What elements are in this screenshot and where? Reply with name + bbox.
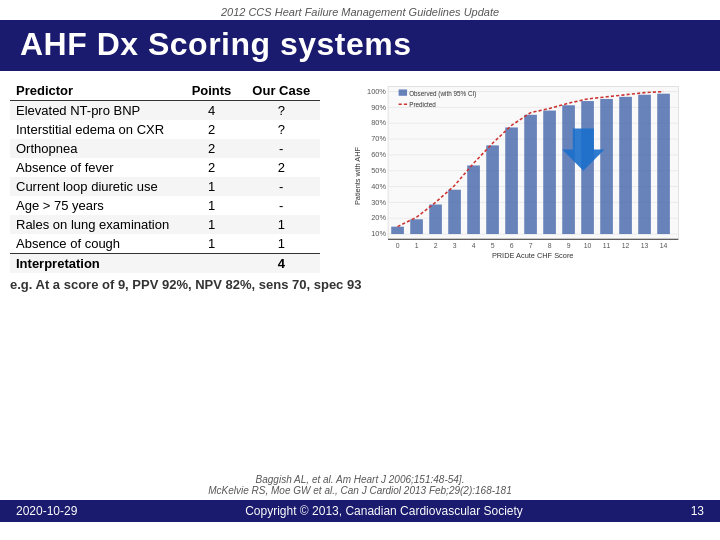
footer-ref-1: Baggish AL, et al. Am Heart J 2006;151:4… bbox=[0, 474, 720, 485]
svg-text:10: 10 bbox=[584, 242, 592, 249]
interpretation-row: e.g. At a score of 9, PPV 92%, NPV 82%, … bbox=[0, 273, 720, 292]
case-cell: - bbox=[243, 139, 321, 158]
svg-text:Predicted: Predicted bbox=[409, 101, 436, 108]
svg-text:2: 2 bbox=[434, 242, 438, 249]
case-cell: - bbox=[243, 177, 321, 196]
svg-text:30%: 30% bbox=[371, 198, 386, 207]
chart-wrapper: 100% 90% 80% 70% 60% 50% 40% 30% 20% 10% bbox=[330, 81, 710, 271]
footer-refs: Baggish AL, et al. Am Heart J 2006;151:4… bbox=[0, 474, 720, 496]
svg-rect-35 bbox=[657, 94, 670, 234]
points-cell: 1 bbox=[181, 196, 243, 215]
svg-rect-54 bbox=[399, 89, 407, 95]
predictor-cell: Absence of cough bbox=[10, 234, 181, 254]
svg-text:80%: 80% bbox=[371, 118, 386, 127]
table-row: Current loop diuretic use1- bbox=[10, 177, 320, 196]
svg-text:20%: 20% bbox=[371, 213, 386, 222]
table-row: Age > 75 years1- bbox=[10, 196, 320, 215]
predictor-cell: Rales on lung examination bbox=[10, 215, 181, 234]
svg-text:PRIDE Acute CHF Score: PRIDE Acute CHF Score bbox=[492, 251, 574, 260]
svg-rect-22 bbox=[410, 219, 423, 234]
svg-text:7: 7 bbox=[529, 242, 533, 249]
svg-text:Patients with AHF: Patients with AHF bbox=[353, 146, 362, 205]
col-header-case: Our Case bbox=[243, 81, 321, 101]
predictor-cell: Age > 75 years bbox=[10, 196, 181, 215]
svg-text:13: 13 bbox=[641, 242, 649, 249]
svg-text:8: 8 bbox=[548, 242, 552, 249]
col-header-predictor: Predictor bbox=[10, 81, 181, 101]
svg-text:12: 12 bbox=[622, 242, 630, 249]
scoring-table: Predictor Points Our Case Elevated NT-pr… bbox=[10, 81, 320, 273]
svg-text:0: 0 bbox=[396, 242, 400, 249]
predictor-cell: Interstitial edema on CXR bbox=[10, 120, 181, 139]
svg-rect-32 bbox=[600, 99, 613, 234]
points-cell: 1 bbox=[181, 177, 243, 196]
svg-text:60%: 60% bbox=[371, 150, 386, 159]
svg-rect-26 bbox=[486, 145, 499, 234]
table-row: Orthopnea2- bbox=[10, 139, 320, 158]
svg-text:14: 14 bbox=[660, 242, 668, 249]
predictor-cell: Elevated NT-pro BNP bbox=[10, 101, 181, 121]
case-cell: ? bbox=[243, 120, 321, 139]
case-cell: 1 bbox=[243, 215, 321, 234]
col-header-points: Points bbox=[181, 81, 243, 101]
svg-rect-24 bbox=[448, 190, 461, 234]
predictor-cell: Orthopnea bbox=[10, 139, 181, 158]
footer-bottom: 2020-10-29 Copyright © 2013, Canadian Ca… bbox=[0, 500, 720, 522]
footer-copyright: Copyright © 2013, Canadian Cardiovascula… bbox=[245, 504, 523, 518]
top-bar-label: 2012 CCS Heart Failure Management Guidel… bbox=[221, 6, 499, 18]
page-title: AHF Dx Scoring systems bbox=[0, 20, 720, 71]
svg-rect-34 bbox=[638, 95, 651, 234]
chart-section: 100% 90% 80% 70% 60% 50% 40% 30% 20% 10% bbox=[330, 81, 710, 273]
points-cell bbox=[181, 254, 243, 274]
scoring-table-section: Predictor Points Our Case Elevated NT-pr… bbox=[10, 81, 320, 273]
predictor-cell: Current loop diuretic use bbox=[10, 177, 181, 196]
points-cell: 2 bbox=[181, 158, 243, 177]
svg-rect-30 bbox=[562, 105, 575, 234]
points-cell: 1 bbox=[181, 215, 243, 234]
svg-text:100%: 100% bbox=[367, 87, 386, 96]
svg-text:6: 6 bbox=[510, 242, 514, 249]
svg-rect-25 bbox=[467, 165, 480, 234]
svg-rect-33 bbox=[619, 97, 632, 234]
footer-page: 13 bbox=[691, 504, 704, 518]
svg-text:9: 9 bbox=[567, 242, 571, 249]
table-row: Elevated NT-pro BNP4? bbox=[10, 101, 320, 121]
svg-rect-29 bbox=[543, 111, 556, 235]
points-cell: 4 bbox=[181, 101, 243, 121]
interpretation-text: e.g. At a score of 9, PPV 92%, NPV 82%, … bbox=[10, 277, 361, 292]
svg-text:10%: 10% bbox=[371, 229, 386, 238]
table-row: Rales on lung examination11 bbox=[10, 215, 320, 234]
svg-text:70%: 70% bbox=[371, 134, 386, 143]
svg-text:40%: 40% bbox=[371, 182, 386, 191]
svg-rect-28 bbox=[524, 115, 537, 234]
predictor-cell: Absence of fever bbox=[10, 158, 181, 177]
points-cell: 2 bbox=[181, 120, 243, 139]
footer-date: 2020-10-29 bbox=[16, 504, 77, 518]
footer-ref-2: McKelvie RS, Moe GW et al., Can J Cardio… bbox=[0, 485, 720, 496]
predictor-cell: Interpretation bbox=[10, 254, 181, 274]
points-cell: 2 bbox=[181, 139, 243, 158]
svg-text:Observed (with 95% CI): Observed (with 95% CI) bbox=[409, 90, 476, 98]
ahf-chart: 100% 90% 80% 70% 60% 50% 40% 30% 20% 10% bbox=[330, 81, 710, 271]
footer-section: Baggish AL, et al. Am Heart J 2006;151:4… bbox=[0, 474, 720, 522]
svg-text:11: 11 bbox=[603, 242, 611, 249]
svg-text:90%: 90% bbox=[371, 103, 386, 112]
case-cell: 1 bbox=[243, 234, 321, 254]
svg-text:3: 3 bbox=[453, 242, 457, 249]
points-cell: 1 bbox=[181, 234, 243, 254]
svg-text:4: 4 bbox=[472, 242, 476, 249]
table-row: Absence of cough11 bbox=[10, 234, 320, 254]
svg-text:5: 5 bbox=[491, 242, 495, 249]
table-row: Absence of fever22 bbox=[10, 158, 320, 177]
svg-rect-27 bbox=[505, 127, 518, 234]
case-cell: 4 bbox=[243, 254, 321, 274]
case-cell: ? bbox=[243, 101, 321, 121]
table-row: Interstitial edema on CXR2? bbox=[10, 120, 320, 139]
case-cell: - bbox=[243, 196, 321, 215]
svg-rect-23 bbox=[429, 205, 442, 235]
table-row: Interpretation4 bbox=[10, 254, 320, 274]
top-bar: 2012 CCS Heart Failure Management Guidel… bbox=[0, 0, 720, 20]
svg-rect-21 bbox=[391, 227, 404, 234]
case-cell: 2 bbox=[243, 158, 321, 177]
svg-text:1: 1 bbox=[415, 242, 419, 249]
